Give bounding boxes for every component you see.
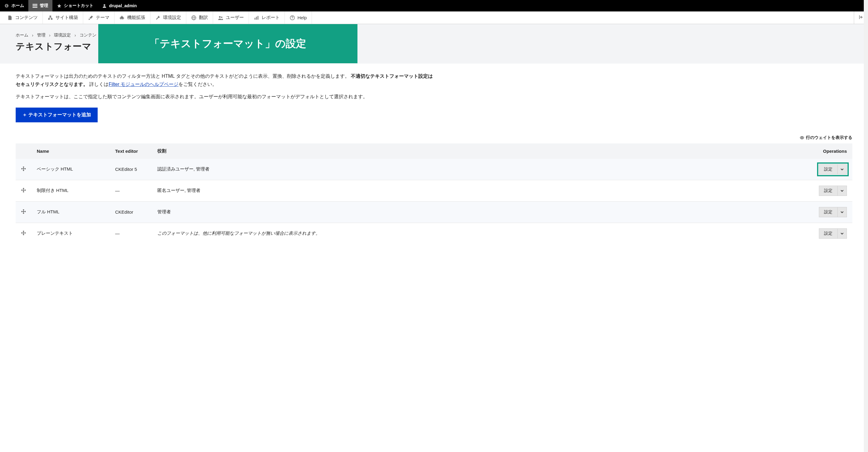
menu-config[interactable]: 環境設定 [150,11,186,24]
page-header: ホーム › 管理 › 環境設定 › コンテン テキストフォーマ 「テキストフォー… [0,24,868,64]
svg-rect-3 [33,7,37,8]
chevron-down-icon [838,186,846,196]
svg-point-16 [292,19,292,19]
crumb-content[interactable]: コンテン [80,33,96,38]
topbar-home[interactable]: ホーム [0,0,28,11]
format-roles: 匿名ユーザー, 管理者 [152,180,798,201]
drag-handle-icon[interactable] [21,209,26,214]
svg-point-10 [219,16,221,18]
menu-appearance-label: テーマ [96,15,110,21]
format-name: 制限付き HTML [31,180,110,201]
topbar-shortcuts-label: ショートカット [64,3,93,8]
menu-content[interactable]: コンテンツ [2,11,43,24]
drag-handle-icon[interactable] [21,166,26,171]
svg-rect-5 [50,15,51,17]
format-roles: 管理者 [152,201,798,223]
desc1-b: 詳しくは [89,82,108,87]
format-name: ベーシック HTML [31,159,110,180]
format-name: プレーンテキスト [31,223,110,244]
menu-people-label: ユーザー [226,15,244,21]
operations-dropdown[interactable]: 設定 [819,186,847,196]
table-area: 行のウェイトを表示する Name Text editor 役割 Operatio… [16,135,852,244]
op-label: 設定 [819,229,838,238]
op-label: 設定 [819,186,838,196]
wrench-icon [155,15,161,21]
menu-help[interactable]: Help [285,11,312,24]
op-label: 設定 [819,207,838,217]
people-icon [218,15,223,21]
page: ホーム › 管理 › 環境設定 › コンテン テキストフォーマ 「テキストフォー… [0,24,868,248]
formats-table: Name Text editor 役割 Operations ベーシック HTM… [16,143,852,244]
show-row-weights[interactable]: 行のウェイトを表示する [16,135,852,140]
format-name: フル HTML [31,201,110,223]
operations-dropdown[interactable]: 設定 [819,207,847,217]
format-editor: CKEditor 5 [110,159,152,180]
scrollbar[interactable] [864,0,868,248]
menu-help-label: Help [298,15,307,20]
help-icon [290,15,295,21]
table-row: プレーンテキスト—このフォーマットは、他に利用可能なフォーマットが無い場合に表示… [16,223,852,244]
format-roles: このフォーマットは、他に利用可能なフォーマットが無い場合に表示されます。 [152,223,798,244]
format-editor: CKEditor [110,201,152,223]
description-2: テキストフォーマットは、ここで指定した順でコンテンツ編集画面に表示されます。ユー… [16,93,438,101]
svg-point-4 [103,4,105,6]
menu-translate[interactable]: 翻訳 [186,11,213,24]
drag-handle-icon[interactable] [21,188,26,193]
crumb-manage[interactable]: 管理 [37,33,45,38]
star-icon [57,3,61,8]
back-icon [4,3,9,8]
add-text-format-button[interactable]: ＋テキストフォーマットを追加 [16,107,98,122]
col-drag [16,143,31,159]
operations-dropdown[interactable]: 設定 [819,164,847,174]
svg-rect-14 [258,16,258,20]
format-editor: — [110,223,152,244]
user-icon [102,3,107,8]
col-roles: 役割 [152,143,798,159]
chevron-down-icon [838,229,846,238]
hamburger-icon [33,3,37,8]
menu-reports[interactable]: レポート [249,11,285,24]
menu-people[interactable]: ユーザー [213,11,249,24]
svg-rect-1 [33,4,37,5]
svg-rect-6 [48,18,50,20]
menu-config-label: 環境設定 [163,15,181,21]
topbar-home-label: ホーム [11,3,24,8]
add-button-label: テキストフォーマットを追加 [28,112,91,117]
chevron-right-icon: › [32,33,33,38]
operations-dropdown[interactable]: 設定 [819,228,847,239]
col-editor: Text editor [110,143,152,159]
crumb-config[interactable]: 環境設定 [54,33,71,38]
table-head: Name Text editor 役割 Operations [16,143,852,159]
admin-menu: コンテンツ サイト構築 テーマ 機能拡張 環境設定 翻訳 ユーザー レポート H… [0,11,868,24]
brush-icon [88,15,93,21]
svg-rect-13 [256,17,257,20]
topbar: ホーム 管理 ショートカット drupal_admin [0,0,868,11]
description-1: テキストフォーマットは出力のためのテキストのフィルター方法と HTML タグとそ… [16,72,438,88]
table-row: ベーシック HTMLCKEditor 5認証済みユーザー, 管理者設定 [16,159,852,180]
format-roles: 認証済みユーザー, 管理者 [152,159,798,180]
topbar-user[interactable]: drupal_admin [98,0,141,11]
svg-rect-2 [33,5,37,6]
puzzle-icon [119,15,125,21]
filter-help-link[interactable]: Filter モジュールのヘルプページ [108,82,179,87]
menu-structure[interactable]: サイト構築 [43,11,83,24]
menu-appearance[interactable]: テーマ [83,11,115,24]
format-editor: — [110,180,152,201]
table-row: 制限付き HTML—匿名ユーザー, 管理者設定 [16,180,852,201]
show-weights-label: 行のウェイトを表示する [806,135,852,140]
menu-reports-label: レポート [261,15,280,21]
chart-icon [254,15,259,21]
collapse-icon [858,14,864,21]
svg-rect-12 [255,18,255,20]
crumb-home[interactable]: ホーム [16,33,28,38]
svg-point-11 [221,16,222,18]
plus-icon: ＋ [22,112,27,117]
svg-point-17 [801,137,803,138]
topbar-manage[interactable]: 管理 [28,0,53,11]
chevron-down-icon [838,164,846,174]
drag-handle-icon[interactable] [21,230,26,235]
topbar-shortcuts[interactable]: ショートカット [53,0,98,11]
menu-extend-label: 機能拡張 [127,15,145,21]
menu-extend[interactable]: 機能拡張 [115,11,150,24]
eye-icon [800,136,804,140]
